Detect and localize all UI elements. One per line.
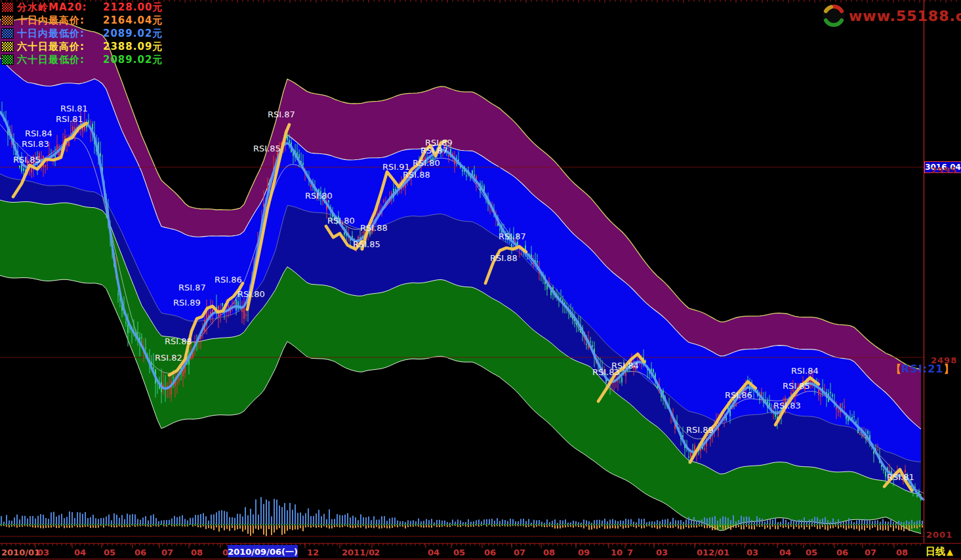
x-axis-label: 09 bbox=[578, 548, 590, 557]
price-chart-canvas[interactable]: RSI.81RSI.81RSI.84RSI.83RSI.85RSI.87RSI.… bbox=[0, 0, 961, 560]
x-axis-label: 03 bbox=[656, 548, 668, 557]
legend-item-60d-high[interactable]: 六十日最高价: 2388.09元 bbox=[1, 40, 163, 53]
x-axis-label: 07 bbox=[865, 548, 876, 557]
rsi-annotation: RSI.85 bbox=[353, 239, 380, 249]
rsi-annotation: RSI.81 bbox=[887, 472, 914, 482]
ma20-swatch-icon bbox=[1, 2, 14, 12]
rsi-annotation: RSI.89 bbox=[686, 425, 714, 435]
legend-label: 十日内最高价: bbox=[17, 14, 103, 27]
60d-high-swatch-icon bbox=[1, 41, 14, 52]
60d-low-swatch-icon bbox=[1, 54, 14, 65]
x-axis-label: 03 bbox=[37, 548, 49, 557]
site-watermark: www.55188.com bbox=[822, 4, 961, 28]
55188-logo-icon bbox=[822, 4, 846, 28]
rsi-annotation: RSI.80 bbox=[327, 216, 355, 226]
x-axis-label: 012/01 bbox=[697, 548, 729, 557]
indicator-legend: 分水岭MA20: 2128.00元 十日内最高价: 2164.04元 十日内最低… bbox=[1, 1, 163, 66]
axis-layer: 2010/010304050607080122011/0204050607080… bbox=[0, 543, 961, 560]
selected-date-label: 2010/09/06(一) bbox=[228, 547, 298, 557]
rsi-annotation: RSI.88 bbox=[360, 223, 388, 233]
x-axis-label: 7 bbox=[627, 548, 633, 557]
legend-item-10d-low[interactable]: 十日内最低价: 2089.02元 bbox=[1, 27, 163, 40]
x-axis-label: 05 bbox=[806, 548, 817, 557]
watermark-text: www.55188.com bbox=[849, 8, 961, 24]
legend-label: 六十日最低价: bbox=[17, 54, 103, 66]
up-triangle-icon: ▲ bbox=[947, 547, 953, 557]
bracket-open: 【 bbox=[891, 363, 901, 375]
period-selector[interactable]: 日线 ▲ bbox=[926, 546, 953, 558]
period-label: 日线 bbox=[926, 546, 945, 558]
stock-chart-app: RSI.81RSI.81RSI.84RSI.83RSI.85RSI.87RSI.… bbox=[0, 0, 961, 560]
rsi-annotation: RSI.86 bbox=[725, 390, 752, 400]
rsi-annotation: RSI.85 bbox=[13, 155, 41, 165]
rsi-annotation: RSI.87 bbox=[178, 283, 206, 292]
y-axis-label: 2995 bbox=[931, 165, 957, 175]
rsi-annotation: RSI.86 bbox=[215, 275, 242, 285]
rsi-annotation: RSI.83 bbox=[22, 139, 49, 149]
legend-value: 2388.09元 bbox=[103, 41, 163, 53]
rsi-annotation: RSI.80 bbox=[237, 289, 265, 299]
legend-label: 十日内最低价: bbox=[17, 28, 103, 40]
x-axis-label: 05 bbox=[453, 548, 465, 557]
rsi-annotation: RSI.88 bbox=[403, 170, 430, 180]
rsi-annotation: RSI.87 bbox=[499, 231, 526, 241]
x-axis-label: 07 bbox=[161, 548, 173, 557]
legend-value: 2164.04元 bbox=[103, 14, 163, 27]
x-axis-label: 2 bbox=[374, 548, 380, 557]
rsi-annotation: RSI.87 bbox=[268, 110, 295, 119]
rsi-annotation: RSI.83 bbox=[592, 367, 620, 377]
x-axis-label: 08 bbox=[543, 548, 555, 557]
x-axis-label: 04 bbox=[428, 548, 440, 557]
legend-label: 分水岭MA20: bbox=[17, 1, 103, 14]
10d-high-swatch-icon bbox=[1, 15, 14, 26]
x-axis-label: 06 bbox=[134, 548, 146, 557]
x-axis-label: 04 bbox=[74, 548, 86, 557]
rsi-annotation: RSI.80 bbox=[413, 158, 440, 168]
legend-item-60d-low[interactable]: 六十日最低价: 2089.02元 bbox=[1, 53, 163, 66]
rsi-annotation: RSI.88 bbox=[165, 336, 192, 346]
rsi-annotation: RSI.83 bbox=[773, 401, 801, 410]
rsi-annotation: RSI.80 bbox=[305, 191, 333, 201]
legend-value: 2089.02元 bbox=[103, 54, 163, 66]
x-axis-label: 03 bbox=[746, 548, 758, 557]
x-axis-label: 2010/01 bbox=[1, 548, 40, 557]
legend-item-ma20[interactable]: 分水岭MA20: 2128.00元 bbox=[1, 1, 163, 14]
x-axis-label: 06 bbox=[484, 548, 496, 557]
rsi-annotation: RSI.87 bbox=[420, 146, 448, 155]
rsi-parameter-text: RSI:21 bbox=[901, 363, 943, 375]
rsi-parameter-tag[interactable]: 【RSI:21】 bbox=[891, 363, 954, 376]
rsi-annotation: RSI.81 bbox=[60, 104, 88, 113]
x-axis-label: 08 bbox=[896, 548, 908, 557]
x-axis-label: 12 bbox=[307, 548, 319, 557]
rsi-annotation: RSI.81 bbox=[56, 114, 83, 124]
x-axis-label: 05 bbox=[104, 548, 115, 557]
x-axis-label: 2011/0 bbox=[342, 548, 375, 557]
y-axis-label: 2001 bbox=[926, 530, 952, 540]
rsi-annotation: RSI.85 bbox=[253, 144, 281, 153]
legend-label: 六十日最高价: bbox=[17, 41, 103, 53]
rsi-annotation: RSI.84 bbox=[25, 129, 52, 138]
bands-layer bbox=[0, 18, 921, 534]
rsi-annotation: RSI.85 bbox=[783, 381, 810, 391]
legend-item-10d-high[interactable]: 十日内最高价: 2164.04元 bbox=[1, 14, 163, 27]
10d-low-swatch-icon bbox=[1, 28, 14, 39]
x-axis-label: 06 bbox=[836, 548, 848, 557]
legend-value: 2089.02元 bbox=[103, 28, 163, 40]
rsi-annotation: RSI.82 bbox=[155, 353, 182, 363]
legend-value: 2128.00元 bbox=[103, 1, 163, 14]
rsi-annotation: RSI.84 bbox=[791, 366, 819, 376]
rsi-annotation: RSI.88 bbox=[490, 253, 518, 263]
x-axis-label: 08 bbox=[191, 548, 203, 557]
rsi-annotation: RSI.89 bbox=[173, 298, 201, 308]
bracket-close: 】 bbox=[943, 363, 954, 375]
x-axis-label: 07 bbox=[514, 548, 525, 557]
x-axis-label: 10 bbox=[611, 548, 623, 557]
x-axis-label: 04 bbox=[779, 548, 791, 557]
